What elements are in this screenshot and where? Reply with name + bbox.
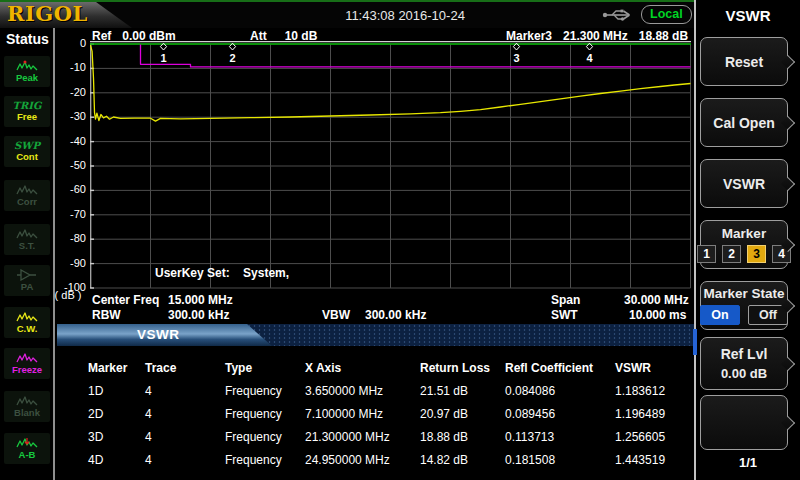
- marker-option-2[interactable]: 2: [722, 245, 741, 263]
- status-item-trig: TRIGFree: [4, 96, 50, 127]
- table-cell-r3-c7: 1.256605: [615, 430, 694, 444]
- status-label-freeze: Freeze: [12, 365, 42, 375]
- menu-button-label-reset: Reset: [725, 54, 763, 70]
- usb-icon: [602, 8, 636, 22]
- marker-option-3[interactable]: 3: [747, 245, 766, 263]
- table-cell-r1-c1: 1D: [88, 384, 145, 398]
- status-item-pa: PA: [4, 265, 50, 296]
- y-tick--10: -10: [50, 61, 86, 74]
- table-cell-r4-c4: 24.950000 MHz: [305, 453, 420, 467]
- status-label-trig: Free: [17, 112, 37, 122]
- menu-button-cal-open[interactable]: Cal Open: [700, 98, 788, 147]
- status-icon-freeze: [16, 352, 38, 364]
- table-cell-r3-c2: 4: [145, 430, 225, 444]
- status-item-a-b: A-B: [4, 433, 50, 464]
- status-item-cw: C.W.: [4, 307, 50, 338]
- marker-state-on[interactable]: On: [700, 305, 740, 325]
- marker-number-4: 4: [586, 52, 593, 64]
- status-item-peak: Peak: [4, 56, 50, 87]
- table-cell-r1-c2: 4: [145, 384, 225, 398]
- swt-label: SWT: [551, 308, 578, 322]
- table-cell-r3-c4: 21.300000 MHz: [305, 430, 420, 444]
- menu-button-reset[interactable]: Reset: [700, 37, 788, 86]
- vbw-label: VBW: [322, 308, 350, 322]
- status-icon-cw: [16, 311, 38, 323]
- table-header-return-loss: Return Loss: [420, 361, 505, 375]
- table-cell-r3-c1: 3D: [88, 430, 145, 444]
- banner-title: VSWR: [137, 327, 180, 342]
- menu-button-ref-lvl[interactable]: Ref Lvl0.00 dB: [700, 337, 788, 390]
- marker-state-off[interactable]: Off: [748, 305, 788, 325]
- clock-display: 11:43:08 2016-10-24: [300, 8, 510, 23]
- top-green-strip: [0, 0, 800, 2]
- table-header-type: Type: [225, 361, 305, 375]
- table-cell-r3-c6: 0.113713: [505, 430, 615, 444]
- status-icon-swp: SWP: [14, 141, 40, 151]
- swt-value: 10.000 ms: [629, 308, 686, 322]
- status-item-freeze: Freeze: [4, 348, 50, 379]
- menu-button-label-vswr: VSWR: [723, 176, 765, 192]
- status-item-corr: Corr: [4, 180, 50, 211]
- menu-button-marker-state[interactable]: Marker StateOnOff: [700, 281, 788, 330]
- y-tick--60: -60: [50, 183, 86, 196]
- table-header-vswr: VSWR: [615, 361, 694, 375]
- y-tick--50: -50: [50, 159, 86, 172]
- marker-number-2: 2: [229, 52, 235, 64]
- status-label-pa: PA: [21, 282, 34, 292]
- status-icon-blank: [16, 395, 38, 407]
- menu-button-label-marker: Marker: [722, 226, 766, 241]
- table-cell-r1-c6: 0.084086: [505, 384, 615, 398]
- marker-select-row: 1234: [697, 245, 791, 263]
- function-banner: VSWR: [57, 324, 694, 346]
- status-item-blank: Blank: [4, 391, 50, 422]
- system-message: UserKey Set: System,: [155, 266, 289, 280]
- softkey-menu: VSWR ResetCal OpenVSWRMarker1234Marker S…: [696, 0, 800, 480]
- table-header-x-axis: X Axis: [305, 361, 420, 375]
- y-tick--80: -80: [50, 232, 86, 245]
- marker-table: MarkerTraceTypeX AxisReturn LossRefl Coe…: [88, 356, 694, 471]
- menu-button-value-ref-lvl: 0.00 dB: [721, 366, 767, 381]
- status-item-st: S.T.: [4, 224, 50, 255]
- menu-button-label-ref-lvl: Ref Lvl: [721, 346, 768, 362]
- status-label-corr: Corr: [17, 197, 37, 207]
- table-cell-r2-c6: 0.089456: [505, 407, 615, 421]
- span-label: Span: [551, 293, 580, 307]
- table-cell-r3-c5: 18.88 dB: [420, 430, 505, 444]
- rbw-label: RBW: [92, 308, 121, 322]
- y-tick--70: -70: [50, 208, 86, 221]
- table-cell-r4-c5: 14.82 dB: [420, 453, 505, 467]
- status-icon-trig: TRIG: [13, 101, 42, 111]
- y-tick--30: -30: [50, 110, 86, 123]
- y-tick--20: -20: [50, 86, 86, 99]
- local-mode-badge: Local: [641, 5, 692, 24]
- status-icon-pa: [16, 269, 38, 281]
- menu-page-indicator: 1/1: [696, 455, 800, 470]
- table-cell-r3-c3: Frequency: [225, 430, 305, 444]
- status-label-a-b: A-B: [19, 450, 36, 460]
- table-cell-r2-c1: 2D: [88, 407, 145, 421]
- vbw-value: 300.00 kHz: [365, 308, 426, 322]
- status-icon-corr: [16, 184, 38, 196]
- y-tick--40: -40: [50, 135, 86, 148]
- center-freq-value: 15.000 MHz: [168, 293, 233, 307]
- marker-option-1[interactable]: 1: [697, 245, 716, 263]
- table-cell-r2-c2: 4: [145, 407, 225, 421]
- table-cell-r2-c4: 7.100000 MHz: [305, 407, 420, 421]
- trace-limit-trace: [141, 45, 691, 67]
- table-cell-r1-c5: 21.51 dB: [420, 384, 505, 398]
- menu-button-vswr[interactable]: VSWR: [700, 159, 788, 208]
- menu-button-marker[interactable]: Marker1234: [700, 220, 788, 269]
- marker-option-4[interactable]: 4: [772, 245, 791, 263]
- center-freq-label: Center Freq: [92, 293, 159, 307]
- top-bar: RIGOL 11:43:08 2016-10-24 Local: [0, 0, 800, 28]
- table-cell-r1-c3: Frequency: [225, 384, 305, 398]
- table-header-trace: Trace: [145, 361, 225, 375]
- table-header-marker: Marker: [88, 361, 145, 375]
- y-tick-0: 0: [50, 37, 86, 50]
- table-cell-r1-c7: 1.183612: [615, 384, 694, 398]
- status-label-swp: Cont: [16, 152, 38, 162]
- status-panel-title: Status: [6, 31, 49, 47]
- marker-state-row: OnOff: [700, 305, 788, 325]
- menu-button-label-cal-open: Cal Open: [713, 115, 774, 131]
- instrument-screen: { "topbar": { "logo_text": "RIGOL", "tim…: [0, 0, 800, 480]
